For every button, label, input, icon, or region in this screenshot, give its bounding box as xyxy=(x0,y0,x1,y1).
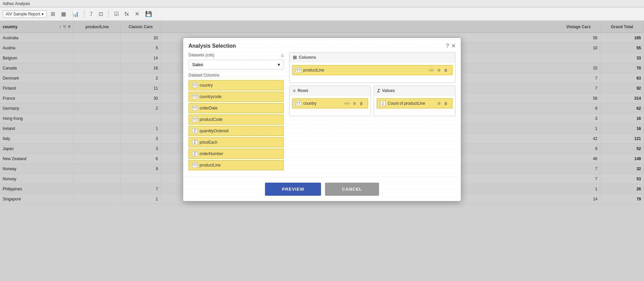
title-bar: Adhoc Analysis xyxy=(0,0,644,7)
columns-field-productline[interactable]: TT productLine </> ⚙ 🗑 xyxy=(292,65,452,75)
table-btn[interactable]: ▦ xyxy=(59,9,68,18)
column-item-name: countrycode xyxy=(200,94,221,99)
main-area: country ↑ ▽ ✕ productLine Classic Cars V… xyxy=(0,21,644,281)
columns-field-icon: TT xyxy=(296,67,301,73)
dropdown-chevron: ▾ xyxy=(278,62,280,67)
report-dropdown[interactable]: AIV Sample Report ▾ xyxy=(3,10,47,18)
column-list-item[interactable]: TT country xyxy=(189,80,284,90)
values-settings-btn[interactable]: ⚙ xyxy=(436,101,442,106)
column-item-icon: TT xyxy=(192,83,198,88)
column-list-item[interactable]: TT orderDate xyxy=(189,103,284,113)
values-label: Values xyxy=(382,88,395,93)
separator2 xyxy=(108,10,109,18)
column-item-icon: TT xyxy=(192,94,198,99)
column-list-item[interactable]: TT countrycode xyxy=(189,92,284,102)
right-panel: ⊞ Columns TT productLine </> xyxy=(289,52,455,172)
report-dropdown-label: AIV Sample Report xyxy=(6,12,40,16)
column-item-name: priceEach xyxy=(200,140,217,145)
close-table-btn[interactable]: ✕ xyxy=(133,9,141,18)
formula-btn[interactable]: fx xyxy=(123,10,131,18)
column-list: TT country TT countrycode TT orderDate T… xyxy=(189,80,284,170)
chart-btn[interactable]: 📊 xyxy=(70,9,81,18)
columns-settings-btn[interactable]: ⚙ xyxy=(436,68,442,73)
datasets-label: Datasets (cds) ⌂ xyxy=(189,52,284,58)
column-item-name: orderNumber xyxy=(200,151,223,156)
column-list-item[interactable]: Σ orderNumber xyxy=(189,149,284,159)
rows-code-btn[interactable]: </> xyxy=(343,101,351,106)
column-item-name: productCode xyxy=(200,117,223,122)
bottom-sections: ≡ Rows TT country </ xyxy=(289,86,455,116)
save-btn[interactable]: 💾 xyxy=(143,9,154,18)
column-item-icon: TT xyxy=(192,117,198,122)
values-section: Σ Values Σ Count of productLine xyxy=(374,86,455,116)
columns-field-left: TT productLine xyxy=(296,67,324,73)
modal-footer: PREVIEW CANCEL xyxy=(183,177,461,201)
rows-field-country[interactable]: TT country </> ⚙ 🗑 xyxy=(292,98,368,108)
export-btn[interactable]: ⤴ xyxy=(88,10,95,18)
component-btn[interactable]: ⊡ xyxy=(97,9,105,18)
values-field-name: Count of productLine xyxy=(388,101,425,106)
column-item-name: country xyxy=(200,83,213,88)
values-field-count[interactable]: Σ Count of productLine ⚙ 🗑 xyxy=(377,98,452,108)
values-content: Σ Count of productLine ⚙ 🗑 xyxy=(374,96,455,116)
rows-field-icon: TT xyxy=(296,101,301,106)
values-section-header: Σ Values xyxy=(374,86,455,96)
columns-label: Columns xyxy=(299,55,316,60)
column-item-icon: TT xyxy=(192,162,198,168)
column-item-name: orderDate xyxy=(200,106,217,110)
app-title: Adhoc Analysis xyxy=(3,1,30,6)
columns-content: TT productLine </> ⚙ 🗑 xyxy=(289,62,455,83)
rows-section-header: ≡ Rows xyxy=(289,86,371,96)
column-item-name: quantityOrdered xyxy=(200,129,228,133)
toolbar: AIV Sample Report ▾ ⊞ ▦ 📊 ⤴ ⊡ ☑ fx ✕ 💾 xyxy=(0,7,644,21)
columns-icon: ⊞ xyxy=(293,55,297,60)
preview-button[interactable]: PREVIEW xyxy=(265,183,321,196)
values-field-left: Σ Count of productLine xyxy=(380,101,425,106)
column-list-item[interactable]: TT productLine xyxy=(189,160,284,170)
rows-field-name: country xyxy=(303,101,316,106)
rows-field-left: TT country xyxy=(296,101,316,106)
columns-field-name: productLine xyxy=(303,68,324,73)
help-button[interactable]: ? xyxy=(446,43,449,49)
separator1 xyxy=(84,10,85,18)
cancel-button[interactable]: CANCEL xyxy=(325,183,379,196)
sigma-icon: Σ xyxy=(377,88,380,93)
column-item-name: productLine xyxy=(200,163,221,168)
rows-icon: ≡ xyxy=(293,88,296,93)
dataset-columns-label: Dataset Columns xyxy=(189,73,284,78)
values-field-icon: Σ xyxy=(380,101,386,106)
modal-header-icons: ? × xyxy=(446,42,455,50)
column-list-item[interactable]: Σ priceEach xyxy=(189,137,284,147)
close-modal-button[interactable]: × xyxy=(451,42,455,50)
rows-delete-btn[interactable]: 🗑 xyxy=(359,101,364,106)
columns-section-header: ⊞ Columns xyxy=(289,53,455,62)
rows-field-actions: </> ⚙ 🗑 xyxy=(343,101,364,106)
grid-settings-btn[interactable]: ⊞ xyxy=(49,9,57,18)
analysis-selection-modal: Analysis Selection ? × Datasets (cds) ⌂ … xyxy=(183,38,461,201)
rows-content: TT country </> ⚙ 🗑 xyxy=(289,96,371,116)
modal-header: Analysis Selection ? × xyxy=(183,38,461,52)
left-panel: Datasets (cds) ⌂ Sales ▾ Dataset Columns… xyxy=(189,52,289,172)
modal-title: Analysis Selection xyxy=(189,43,236,49)
columns-field-actions: </> ⚙ 🗑 xyxy=(428,68,449,73)
values-delete-btn[interactable]: 🗑 xyxy=(443,101,449,106)
column-list-item[interactable]: Σ quantityOrdered xyxy=(189,126,284,136)
check-filter-btn[interactable]: ☑ xyxy=(112,9,121,18)
modal-body: Datasets (cds) ⌂ Sales ▾ Dataset Columns… xyxy=(183,52,461,177)
dataset-dropdown[interactable]: Sales ▾ xyxy=(189,60,284,69)
column-item-icon: Σ xyxy=(192,128,198,134)
column-item-icon: TT xyxy=(192,105,198,111)
column-item-icon: Σ xyxy=(192,151,198,156)
columns-code-btn[interactable]: </> xyxy=(428,68,435,73)
rows-settings-btn[interactable]: ⚙ xyxy=(352,101,357,106)
rows-label: Rows xyxy=(298,88,308,93)
columns-delete-btn[interactable]: 🗑 xyxy=(443,68,449,73)
values-field-actions: ⚙ 🗑 xyxy=(436,101,449,106)
chevron-down-icon: ▾ xyxy=(42,12,44,16)
column-item-icon: Σ xyxy=(192,140,198,145)
columns-section: ⊞ Columns TT productLine </> xyxy=(289,52,455,83)
column-list-item[interactable]: TT productCode xyxy=(189,114,284,125)
rows-section: ≡ Rows TT country </ xyxy=(289,86,371,116)
home-icon[interactable]: ⌂ xyxy=(281,52,284,58)
